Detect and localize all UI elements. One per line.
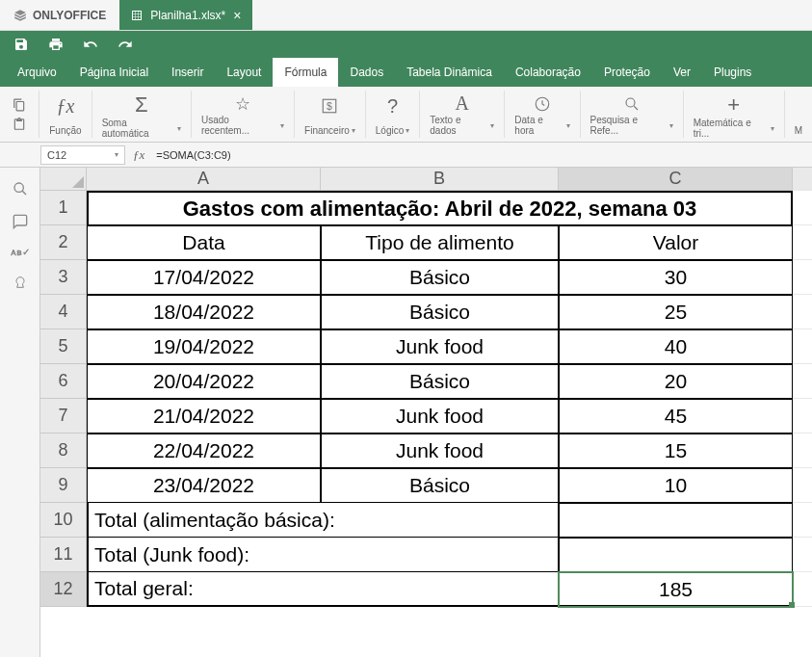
paste-icon[interactable] <box>12 118 27 131</box>
ribbon-data[interactable]: Data e hora▾ <box>505 91 580 138</box>
menu-formula[interactable]: Fórmula <box>273 58 338 87</box>
cell-A9[interactable]: 23/04/2022 <box>87 468 321 503</box>
ribbon-data-label: Data e hora <box>514 115 563 136</box>
name-box[interactable]: C12 ▾ <box>40 145 125 165</box>
menu-ver[interactable]: Ver <box>662 58 702 87</box>
comments-icon[interactable] <box>13 214 28 229</box>
cell-A11[interactable]: Total (Junk food): <box>87 538 559 572</box>
cell-blank[interactable] <box>793 434 812 468</box>
formula-input[interactable]: =SOMA(C3:C9) <box>152 145 812 165</box>
cell-A10[interactable]: Total (alimentação básica): <box>87 503 559 538</box>
select-all-corner[interactable] <box>40 168 87 191</box>
cell-blank[interactable] <box>793 191 812 225</box>
cell-A2[interactable]: Data <box>87 225 321 260</box>
search-icon[interactable] <box>13 181 28 197</box>
col-header-B[interactable]: B <box>321 168 559 191</box>
cell-C8[interactable]: 15 <box>559 434 793 468</box>
ribbon-funcao[interactable]: ƒx Função <box>39 91 92 138</box>
sheet[interactable]: A B C 1 Gastos com alimentação: Abril de… <box>40 168 812 657</box>
menu-layout[interactable]: Layout <box>215 58 273 87</box>
cell-B5[interactable]: Junk food <box>321 329 559 364</box>
cell-blank[interactable] <box>793 468 812 503</box>
menu-arquivo[interactable]: Arquivo <box>6 58 68 87</box>
row-header-5[interactable]: 5 <box>40 329 87 364</box>
cell-blank[interactable] <box>793 538 812 572</box>
save-icon[interactable] <box>13 37 29 52</box>
row-header-9[interactable]: 9 <box>40 468 87 503</box>
menu-dados[interactable]: Dados <box>338 58 395 87</box>
cell-A8[interactable]: 22/04/2022 <box>87 434 321 468</box>
cell-blank[interactable] <box>793 503 812 538</box>
ribbon-more[interactable]: M <box>785 91 812 138</box>
menu-pagina-inicial[interactable]: Página Inicial <box>68 58 160 87</box>
ribbon-texto[interactable]: A Texto e dados▾ <box>420 91 505 138</box>
cell-A3[interactable]: 17/04/2022 <box>87 260 321 295</box>
cell-C4[interactable]: 25 <box>559 295 793 329</box>
cell-A5[interactable]: 19/04/2022 <box>87 329 321 364</box>
col-header-C[interactable]: C <box>559 168 793 191</box>
close-icon[interactable]: × <box>233 8 241 23</box>
cell-A4[interactable]: 18/04/2022 <box>87 295 321 329</box>
row-header-8[interactable]: 8 <box>40 434 87 468</box>
chevron-down-icon[interactable]: ▾ <box>115 150 118 159</box>
feedback-icon[interactable] <box>13 275 28 290</box>
ribbon-recente[interactable]: ☆ Usado recentem...▾ <box>192 91 295 138</box>
plus-icon: + <box>727 92 740 118</box>
cell-B2[interactable]: Tipo de alimento <box>321 225 559 260</box>
col-header-A[interactable]: A <box>87 168 321 191</box>
ribbon-financeiro[interactable]: $ Financeiro▾ <box>295 91 366 138</box>
menu-tabela-dinamica[interactable]: Tabela Dinâmica <box>395 58 504 87</box>
row-header-7[interactable]: 7 <box>40 399 87 434</box>
row-header-12[interactable]: 12 <box>40 572 87 607</box>
menu-protecao[interactable]: Proteção <box>592 58 662 87</box>
cell-blank[interactable] <box>793 572 812 607</box>
menu-colaboracao[interactable]: Colaboração <box>504 58 592 87</box>
document-tab[interactable]: Planilha1.xlsx* × <box>119 0 252 30</box>
print-icon[interactable] <box>48 37 64 52</box>
copy-icon[interactable] <box>12 98 27 112</box>
cell-blank[interactable] <box>793 364 812 399</box>
cell-B8[interactable]: Junk food <box>321 434 559 468</box>
ribbon-soma[interactable]: Σ Soma automática▾ <box>92 91 192 138</box>
cell-B6[interactable]: Básico <box>321 364 559 399</box>
row-header-2[interactable]: 2 <box>40 225 87 260</box>
menu-inserir[interactable]: Inserir <box>160 58 215 87</box>
row-header-11[interactable]: 11 <box>40 538 87 572</box>
cell-C7[interactable]: 45 <box>559 399 793 434</box>
cell-blank[interactable] <box>793 295 812 329</box>
ribbon-matematica[interactable]: + Matemática e tri...▾ <box>684 91 785 138</box>
ribbon-pesquisa[interactable]: Pesquisa e Refe...▾ <box>581 91 684 138</box>
row-header-6[interactable]: 6 <box>40 364 87 399</box>
cell-C3[interactable]: 30 <box>559 260 793 295</box>
ribbon-logico[interactable]: ? Lógico▾ <box>366 91 420 138</box>
cell-C11[interactable] <box>559 538 793 572</box>
row-header-4[interactable]: 4 <box>40 295 87 329</box>
redo-icon[interactable] <box>118 37 133 52</box>
cell-A7[interactable]: 21/04/2022 <box>87 399 321 434</box>
cell-title[interactable]: Gastos com alimentação: Abril de 2022, s… <box>87 191 793 225</box>
cell-A12[interactable]: Total geral: <box>87 572 559 607</box>
row-header-3[interactable]: 3 <box>40 260 87 295</box>
cell-B4[interactable]: Básico <box>321 295 559 329</box>
cell-blank[interactable] <box>793 260 812 295</box>
cell-B9[interactable]: Básico <box>321 468 559 503</box>
spellcheck-icon[interactable]: ᴀʙ✓ <box>11 247 30 257</box>
cell-A6[interactable]: 20/04/2022 <box>87 364 321 399</box>
cell-blank[interactable] <box>793 399 812 434</box>
cell-C5[interactable]: 40 <box>559 329 793 364</box>
cell-C10[interactable] <box>559 503 793 538</box>
row-header-1[interactable]: 1 <box>40 191 87 225</box>
cell-C9[interactable]: 10 <box>559 468 793 503</box>
col-header-blank[interactable] <box>793 168 812 191</box>
cell-C12[interactable]: 185 <box>559 572 793 607</box>
fx-icon[interactable]: ƒx <box>125 147 152 163</box>
menu-plugins[interactable]: Plugins <box>702 58 763 87</box>
cell-C6[interactable]: 20 <box>559 364 793 399</box>
cell-B7[interactable]: Junk food <box>321 399 559 434</box>
cell-B3[interactable]: Básico <box>321 260 559 295</box>
row-header-10[interactable]: 10 <box>40 503 87 538</box>
cell-C2[interactable]: Valor <box>559 225 793 260</box>
cell-blank[interactable] <box>793 225 812 260</box>
undo-icon[interactable] <box>83 37 98 52</box>
cell-blank[interactable] <box>793 329 812 364</box>
